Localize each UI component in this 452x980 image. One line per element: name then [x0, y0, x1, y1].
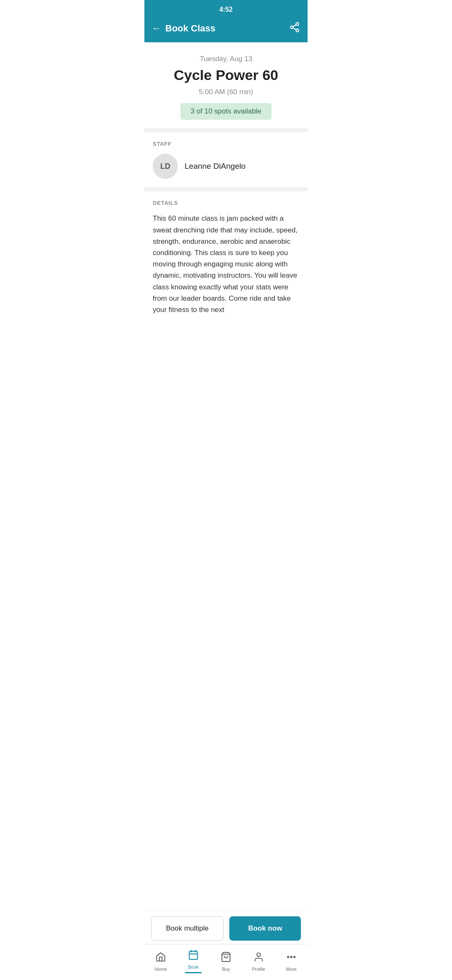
section-divider-2 [144, 187, 308, 191]
class-info-section: Tuesday, Aug 13 Cycle Power 60 5:00 AM (… [144, 42, 308, 128]
class-time: 5:00 AM (60 min) [153, 88, 299, 96]
svg-line-4 [293, 25, 296, 26]
svg-line-3 [293, 28, 296, 30]
staff-section: STAFF LD Leanne DiAngelo [144, 132, 308, 187]
share-icon[interactable] [289, 22, 300, 35]
spots-badge: 3 of 10 spots available [180, 103, 271, 120]
status-time: 4:52 [219, 6, 233, 13]
staff-item: LD Leanne DiAngelo [153, 154, 299, 183]
back-icon[interactable]: ← [152, 23, 161, 34]
header: ← Book Class [144, 16, 308, 42]
header-title: Book Class [165, 23, 216, 34]
section-divider [144, 128, 308, 132]
main-content: Tuesday, Aug 13 Cycle Power 60 5:00 AM (… [144, 42, 308, 393]
status-bar: 4:52 [144, 0, 308, 16]
details-text: This 60 minute class is jam packed with … [153, 213, 299, 322]
staff-section-label: STAFF [153, 141, 299, 147]
details-section: DETAILS This 60 minute class is jam pack… [144, 191, 308, 326]
header-left: ← Book Class [152, 23, 216, 34]
staff-avatar: LD [153, 154, 178, 179]
staff-name: Leanne DiAngelo [185, 162, 246, 171]
class-name: Cycle Power 60 [153, 67, 299, 83]
details-section-label: DETAILS [153, 200, 299, 206]
class-date: Tuesday, Aug 13 [153, 55, 299, 63]
